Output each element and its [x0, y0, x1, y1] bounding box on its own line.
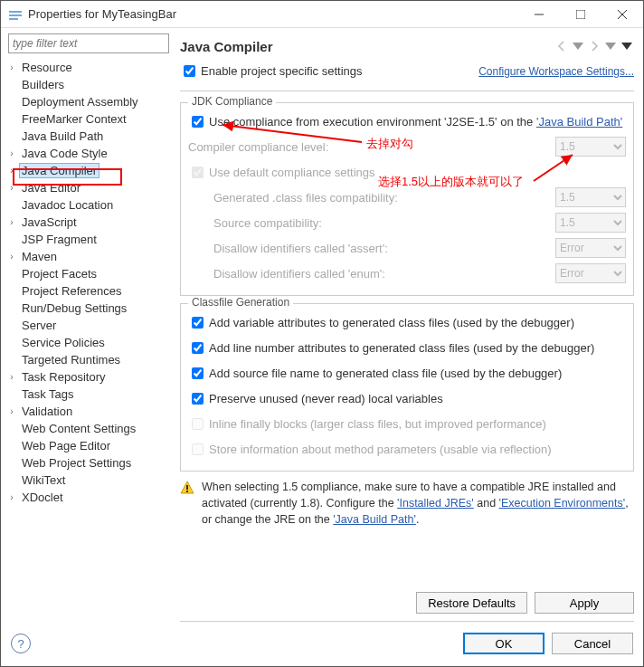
expand-icon[interactable]: ›	[5, 252, 19, 262]
store-param-checkbox	[192, 443, 204, 455]
classfile-group: Classfile Generation Add variable attrib…	[180, 303, 634, 472]
compiler-level-label: Compiler compliance level:	[188, 140, 555, 154]
apply-button[interactable]: Apply	[535, 592, 634, 614]
enable-project-specific-checkbox[interactable]	[184, 65, 195, 77]
svg-rect-7	[186, 485, 188, 490]
filter-input[interactable]	[8, 33, 169, 53]
line-num-checkbox[interactable]	[192, 342, 204, 354]
jdk-compliance-title: JDK Compliance	[188, 95, 276, 108]
sidebar-item-targeted-runtimes[interactable]: Targeted Runtimes	[5, 351, 175, 368]
sidebar-item-deployment-assembly[interactable]: Deployment Assembly	[5, 93, 175, 110]
installed-jres-link[interactable]: 'Installed JREs'	[397, 497, 474, 510]
use-compliance-label: Use compliance from execution environmen…	[209, 115, 536, 129]
sidebar-item-label: FreeMarker Context	[19, 112, 129, 126]
sidebar-item-java-code-style[interactable]: ›Java Code Style	[5, 145, 175, 162]
bottom-bar: ? OK Cancel	[0, 625, 644, 662]
sidebar-item-freemarker-context[interactable]: FreeMarker Context	[5, 110, 175, 128]
close-button[interactable]	[601, 1, 643, 28]
source-compat-select: 1.5	[555, 213, 626, 233]
sidebar-item-java-compiler[interactable]: ›Java Compiler	[5, 162, 175, 179]
sidebar-item-web-content-settings[interactable]: Web Content Settings	[5, 420, 175, 437]
expand-icon[interactable]: ›	[5, 372, 19, 382]
sidebar-item-label: JavaScript	[19, 215, 80, 229]
titlebar: Properties for MyTeasingBar	[1, 1, 643, 28]
enable-project-specific-label: Enable project specific settings	[201, 64, 362, 78]
sidebar-item-web-page-editor[interactable]: Web Page Editor	[5, 437, 175, 454]
dropdown-icon	[571, 39, 585, 53]
sidebar-item-label: WikiText	[19, 473, 68, 487]
nav-icons[interactable]	[554, 39, 634, 53]
sidebar-item-project-references[interactable]: Project References	[5, 282, 175, 300]
tree: ›ResourceBuildersDeployment AssemblyFree…	[5, 59, 175, 506]
preserve-label: Preserve unused (never read) local varia…	[209, 392, 626, 405]
compiler-level-select[interactable]: 1.5	[555, 137, 626, 157]
sidebar-item-resource[interactable]: ›Resource	[5, 59, 175, 76]
sidebar-item-label: Builders	[19, 78, 67, 91]
use-compliance-checkbox[interactable]	[192, 116, 204, 128]
sidebar-item-jsp-fragment[interactable]: JSP Fragment	[5, 231, 175, 248]
sidebar-item-label: Java Build Path	[19, 129, 106, 143]
minimize-button[interactable]	[518, 1, 560, 28]
sidebar-item-javadoc-location[interactable]: Javadoc Location	[5, 196, 175, 214]
sidebar-item-label: Task Repository	[19, 370, 108, 384]
java-build-path-link[interactable]: 'Java Build Path'	[536, 115, 622, 129]
sidebar-item-label: JSP Fragment	[19, 233, 99, 246]
nav-fwd-icon	[587, 39, 601, 53]
sidebar-item-server[interactable]: Server	[5, 317, 175, 334]
expand-icon[interactable]: ›	[5, 217, 19, 227]
gen-class-select: 1.5	[555, 187, 626, 207]
sidebar-item-label: Targeted Runtimes	[19, 353, 123, 367]
inline-label: Inline finally blocks (larger class file…	[209, 417, 626, 431]
sidebar-item-label: Run/Debug Settings	[19, 301, 129, 315]
sidebar-item-wikitext[interactable]: WikiText	[5, 472, 175, 489]
sidebar-item-project-facets[interactable]: Project Facets	[5, 265, 175, 282]
sidebar-item-maven[interactable]: ›Maven	[5, 248, 175, 265]
svg-rect-1	[9, 14, 22, 16]
expand-icon[interactable]: ›	[5, 406, 19, 416]
help-button[interactable]: ?	[11, 634, 31, 653]
page-title: Java Compiler	[180, 39, 554, 54]
ok-button[interactable]: OK	[463, 633, 545, 654]
disallow-assert-select: Error	[555, 238, 626, 258]
expand-icon[interactable]: ›	[5, 62, 19, 72]
cancel-button[interactable]: Cancel	[552, 633, 633, 654]
disallow-assert-label: Disallow identifiers called 'assert':	[213, 242, 555, 255]
main-panel: Java Compiler Enable project specific se…	[175, 28, 643, 625]
sidebar-item-validation[interactable]: ›Validation	[5, 403, 175, 420]
sidebar-item-label: Deployment Assembly	[19, 95, 141, 109]
sidebar-item-label: Task Tags	[19, 387, 77, 401]
properties-icon	[8, 7, 23, 22]
source-compat-label: Source compatibility:	[213, 216, 555, 230]
expand-icon[interactable]: ›	[5, 148, 19, 158]
sidebar-item-java-build-path[interactable]: Java Build Path	[5, 128, 175, 145]
expand-icon[interactable]: ›	[5, 492, 19, 502]
sidebar-item-builders[interactable]: Builders	[5, 76, 175, 93]
sidebar-item-java-editor[interactable]: ›Java Editor	[5, 179, 175, 196]
sidebar-item-run-debug-settings[interactable]: Run/Debug Settings	[5, 300, 175, 317]
expand-icon[interactable]: ›	[5, 183, 19, 193]
expand-icon[interactable]: ›	[5, 166, 19, 176]
sidebar-item-label: Java Editor	[19, 181, 83, 195]
var-attr-checkbox[interactable]	[192, 317, 204, 329]
sidebar-item-label: Server	[19, 319, 59, 332]
sidebar-item-web-project-settings[interactable]: Web Project Settings	[5, 454, 175, 472]
sidebar-item-task-tags[interactable]: Task Tags	[5, 386, 175, 403]
sidebar-item-task-repository[interactable]: ›Task Repository	[5, 368, 175, 386]
preserve-checkbox[interactable]	[192, 393, 204, 405]
configure-workspace-link[interactable]: Configure Workspace Settings...	[478, 65, 634, 78]
sidebar-item-javascript[interactable]: ›JavaScript	[5, 214, 175, 231]
sidebar-item-label: Service Policies	[19, 336, 108, 349]
use-default-checkbox	[192, 167, 204, 178]
src-name-checkbox[interactable]	[192, 367, 204, 379]
src-name-label: Add source file name to generated class …	[209, 367, 626, 380]
use-default-label: Use default compliance settings	[209, 166, 626, 179]
java-build-path-link-2[interactable]: 'Java Build Path'	[333, 513, 416, 526]
svg-rect-0	[9, 11, 22, 13]
sidebar-item-label: Validation	[19, 405, 75, 418]
window-title: Properties for MyTeasingBar	[28, 7, 518, 21]
exec-env-link[interactable]: 'Execution Environments'	[499, 497, 626, 510]
maximize-button[interactable]	[560, 1, 601, 28]
sidebar-item-service-policies[interactable]: Service Policies	[5, 334, 175, 351]
restore-defaults-button[interactable]: Restore Defaults	[416, 592, 527, 614]
sidebar-item-xdoclet[interactable]: ›XDoclet	[5, 489, 175, 506]
